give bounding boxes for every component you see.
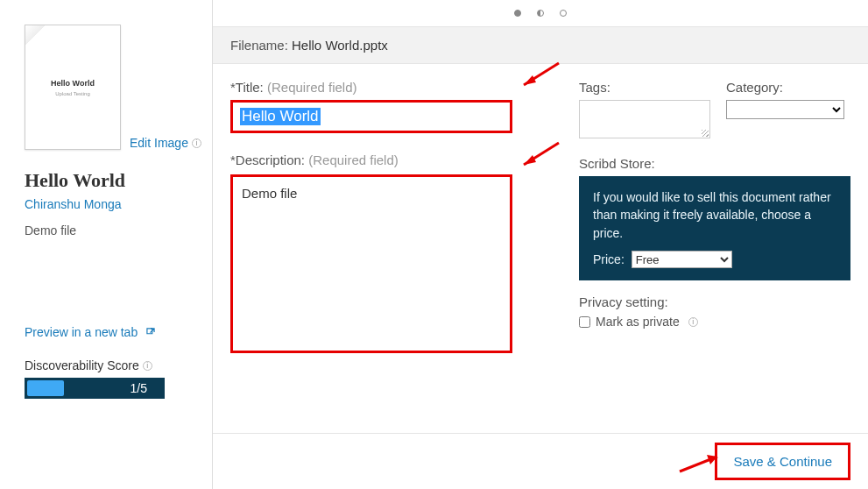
footer: Save & Continue: [213, 433, 868, 489]
external-link-icon: [145, 326, 157, 338]
discoverability-bar: 1/5: [25, 378, 165, 399]
tags-input[interactable]: [579, 100, 710, 138]
info-icon: i: [143, 361, 152, 371]
step-dot-3: [560, 10, 567, 17]
document-thumbnail: Hello World Upload Testing: [25, 25, 121, 150]
title-input-value: Hello World: [240, 108, 321, 125]
form-area: *Title: (Required field) Hello World *De…: [213, 64, 868, 433]
save-continue-button[interactable]: Save & Continue: [715, 443, 850, 480]
discoverability-value: 1/5: [131, 381, 147, 395]
category-label: Category:: [726, 80, 844, 95]
info-icon: i: [192, 138, 201, 148]
author-link[interactable]: Chiranshu Monga: [25, 197, 212, 211]
description-hint: (Required field): [308, 152, 399, 167]
discoverability-label: Discoverability Score i: [25, 358, 212, 372]
store-text: If you would like to sell this document …: [593, 188, 836, 242]
description-input[interactable]: Demo file: [230, 174, 512, 353]
description-input-value: Demo file: [242, 186, 297, 201]
private-checkbox-label: Mark as private: [596, 315, 680, 329]
title-label: *Title:: [230, 80, 264, 95]
document-title: Hello World: [25, 169, 212, 192]
main-panel: Filename: Hello World.pptx *Title: (Requ…: [213, 0, 868, 489]
title-hint: (Required field): [267, 80, 357, 95]
price-label: Price:: [593, 251, 625, 268]
private-checkbox[interactable]: [579, 316, 590, 328]
step-dot-1: [514, 10, 521, 17]
sidebar: Hello World Upload Testing Edit Image i …: [0, 0, 213, 489]
filename-value: Hello World.pptx: [292, 38, 388, 53]
thumb-subtitle: Upload Testing: [55, 91, 90, 96]
step-indicator: [213, 0, 868, 26]
discoverability-bar-fill: [27, 380, 64, 396]
privacy-label: Privacy setting:: [579, 294, 850, 309]
document-description: Demo file: [25, 223, 212, 237]
filename-label: Filename:: [230, 38, 288, 53]
edit-image-link[interactable]: Edit Image i: [130, 136, 201, 150]
category-select[interactable]: [726, 100, 844, 119]
store-box: If you would like to sell this document …: [579, 176, 850, 280]
step-dot-2: [537, 10, 544, 17]
filename-bar: Filename: Hello World.pptx: [213, 26, 868, 64]
title-input[interactable]: Hello World: [230, 100, 512, 133]
thumb-title: Hello World: [51, 79, 95, 88]
info-icon: i: [688, 317, 698, 327]
store-label: Scribd Store:: [579, 156, 850, 171]
price-select[interactable]: Free: [632, 251, 732, 268]
tags-label: Tags:: [579, 80, 710, 95]
preview-link[interactable]: Preview in a new tab: [25, 325, 212, 339]
description-label: *Description:: [230, 152, 305, 167]
